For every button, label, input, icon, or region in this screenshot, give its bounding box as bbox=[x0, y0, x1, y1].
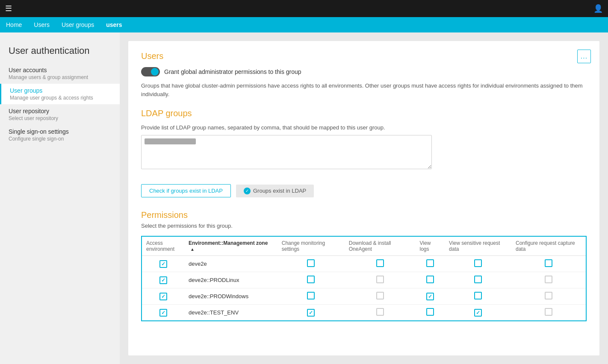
table-row: deve2e::PRODLinux bbox=[142, 272, 586, 288]
checkbox-access-testenv[interactable] bbox=[159, 309, 167, 317]
breadcrumb: Home Users User groups users bbox=[0, 17, 608, 32]
cell-download-testenv bbox=[345, 305, 416, 321]
check-circle-icon: ✓ bbox=[244, 188, 251, 194]
cell-monitoring-prodwindows bbox=[277, 288, 345, 305]
ldap-section-title: LDAP groups bbox=[141, 109, 587, 118]
checkbox-configure-prodwindows bbox=[545, 292, 552, 299]
cell-name-prodwindows: deve2e::PRODWindows bbox=[184, 288, 277, 305]
cell-configure-testenv bbox=[511, 305, 586, 321]
sidebar-item-user-groups[interactable]: User groups Manage user groups & access … bbox=[0, 84, 120, 104]
breadcrumb-home[interactable]: Home bbox=[0, 17, 28, 32]
users-section: Users Grant global administrator permiss… bbox=[141, 51, 587, 98]
col-header-download-install: Download & install OneAgent bbox=[345, 236, 416, 256]
users-info-text: Groups that have global cluster-admin pe… bbox=[141, 82, 587, 98]
sidebar-item-user-groups-title: User groups bbox=[10, 87, 111, 94]
cell-sensitive-deve2e bbox=[445, 256, 511, 272]
sort-arrow-icon: ▲ bbox=[190, 247, 195, 252]
ldap-section: LDAP groups Provide list of LDAP group n… bbox=[141, 109, 587, 197]
sidebar-item-user-repository[interactable]: User repository Select user repository bbox=[0, 104, 120, 125]
col-header-view-logs: View logs bbox=[416, 236, 445, 256]
ldap-btn-row: Check if groups exist in LDAP ✓ Groups e… bbox=[141, 184, 587, 197]
more-button[interactable]: ... bbox=[577, 50, 591, 63]
permissions-description: Select the permissions for this group. bbox=[141, 223, 587, 229]
cell-logs-prodwindows bbox=[416, 288, 445, 305]
sidebar-section-title: User authentication bbox=[0, 41, 120, 63]
topbar: ☰ 👤 bbox=[0, 0, 608, 17]
checkbox-monitoring-prodwindows[interactable] bbox=[307, 292, 315, 299]
cell-monitoring-prodlinux bbox=[277, 272, 345, 288]
checkbox-sensitive-prodlinux[interactable] bbox=[474, 276, 482, 283]
checkbox-sensitive-prodwindows[interactable] bbox=[474, 292, 482, 299]
checkbox-logs-prodwindows[interactable] bbox=[426, 293, 434, 300]
check-ldap-button[interactable]: Check if groups exist in LDAP bbox=[141, 184, 231, 197]
sidebar-item-sso-title: Single sign-on settings bbox=[9, 128, 111, 135]
cell-sensitive-prodwindows bbox=[445, 288, 511, 305]
cell-download-prodlinux bbox=[345, 272, 416, 288]
cell-sensitive-testenv bbox=[445, 305, 511, 321]
groups-exist-label: Groups exist in LDAP bbox=[253, 188, 306, 194]
sidebar-item-user-accounts-subtitle: Manage users & group assignment bbox=[9, 74, 111, 80]
user-icon[interactable]: 👤 bbox=[593, 4, 603, 13]
checkbox-logs-testenv[interactable] bbox=[426, 308, 434, 316]
checkbox-monitoring-deve2e[interactable] bbox=[307, 259, 315, 267]
permissions-title: Permissions bbox=[141, 210, 587, 220]
col-header-configure-request: Configure request capture data bbox=[511, 236, 586, 256]
cell-monitoring-testenv bbox=[277, 305, 345, 321]
cell-configure-prodwindows bbox=[511, 288, 586, 305]
checkbox-monitoring-testenv[interactable] bbox=[307, 309, 315, 317]
cell-logs-prodlinux bbox=[416, 272, 445, 288]
checkbox-access-prodlinux[interactable] bbox=[159, 276, 167, 284]
table-row: deve2e::PRODWindows bbox=[142, 288, 586, 305]
col-header-access-env: Access environment bbox=[142, 236, 184, 256]
checkbox-sensitive-deve2e[interactable] bbox=[474, 259, 482, 267]
sidebar-item-user-groups-subtitle: Manage user groups & access rights bbox=[10, 95, 111, 101]
menu-icon[interactable]: ☰ bbox=[5, 4, 12, 13]
checkbox-configure-testenv bbox=[545, 308, 552, 316]
breadcrumb-user-groups[interactable]: User groups bbox=[56, 17, 100, 32]
permissions-section: Permissions Select the permissions for t… bbox=[141, 210, 587, 321]
checkbox-logs-prodlinux[interactable] bbox=[426, 276, 434, 283]
ldap-textarea-wrapper bbox=[141, 135, 432, 177]
toggle-label: Grant global administrator permissions t… bbox=[164, 68, 301, 75]
table-row: deve2e::TEST_ENV bbox=[142, 305, 586, 321]
sidebar-item-sso[interactable]: Single sign-on settings Configure single… bbox=[0, 125, 120, 145]
checkbox-configure-prodlinux bbox=[545, 276, 552, 283]
toggle-knob bbox=[151, 68, 159, 76]
sidebar-item-user-accounts[interactable]: User accounts Manage users & group assig… bbox=[0, 63, 120, 84]
checkbox-access-prodwindows[interactable] bbox=[159, 293, 167, 300]
cell-access-deve2e bbox=[142, 256, 184, 272]
sidebar: User authentication User accounts Manage… bbox=[0, 32, 120, 364]
col-header-change-monitoring: Change monitoring settings bbox=[277, 236, 345, 256]
cell-access-testenv bbox=[142, 305, 184, 321]
sidebar-item-user-accounts-title: User accounts bbox=[9, 67, 111, 73]
cell-sensitive-prodlinux bbox=[445, 272, 511, 288]
checkbox-sensitive-testenv[interactable] bbox=[474, 309, 482, 317]
sidebar-item-user-repository-subtitle: Select user repository bbox=[9, 115, 111, 121]
ldap-textarea[interactable] bbox=[141, 135, 432, 169]
ldap-description: Provide list of LDAP group names, separa… bbox=[141, 124, 587, 131]
cell-logs-deve2e bbox=[416, 256, 445, 272]
cell-name-testenv: deve2e::TEST_ENV bbox=[184, 305, 277, 321]
checkbox-access-deve2e[interactable] bbox=[159, 260, 167, 268]
sidebar-item-user-repository-title: User repository bbox=[9, 108, 111, 114]
checkbox-download-testenv bbox=[376, 308, 384, 316]
admin-permissions-toggle[interactable] bbox=[141, 67, 160, 76]
cell-access-prodwindows bbox=[142, 288, 184, 305]
cell-download-prodwindows bbox=[345, 288, 416, 305]
cell-name-prodlinux: deve2e::PRODLinux bbox=[184, 272, 277, 288]
checkbox-logs-deve2e[interactable] bbox=[426, 259, 434, 267]
main-layout: User authentication User accounts Manage… bbox=[0, 32, 608, 364]
checkbox-download-prodwindows bbox=[376, 292, 384, 299]
col-header-view-sensitive: View sensitive request data bbox=[445, 236, 511, 256]
permissions-table: Access environment Environment::Manageme… bbox=[141, 236, 587, 321]
cell-configure-deve2e bbox=[511, 256, 586, 272]
checkbox-configure-deve2e[interactable] bbox=[545, 259, 552, 267]
checkbox-download-deve2e[interactable] bbox=[376, 259, 384, 267]
checkbox-download-prodlinux bbox=[376, 276, 384, 283]
checkbox-monitoring-prodlinux[interactable] bbox=[307, 276, 315, 283]
users-section-title: Users bbox=[141, 51, 587, 61]
col-header-mgmt-zone[interactable]: Environment::Management zone ▲ bbox=[184, 236, 277, 256]
content-area: ... Users Grant global administrator per… bbox=[128, 41, 599, 355]
table-row: deve2e bbox=[142, 256, 586, 272]
cell-configure-prodlinux bbox=[511, 272, 586, 288]
